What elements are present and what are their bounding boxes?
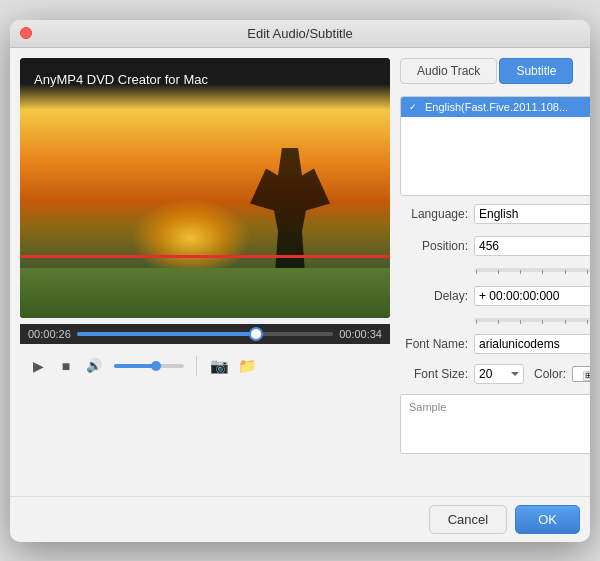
subtitle-list[interactable]: ✓ English(Fast.Five.2011.108... <box>400 96 590 196</box>
delay-input[interactable]: + 00:00:00:000 <box>474 286 590 306</box>
folder-button[interactable]: 📁 <box>237 356 257 376</box>
volume-icon: 🔊 <box>84 356 104 376</box>
tick <box>498 320 499 324</box>
video-progress-track[interactable] <box>77 332 333 336</box>
language-row: Language: English French German Spanish <box>400 204 590 224</box>
reset-row: Reset <box>400 462 590 486</box>
sun-glow <box>131 198 251 278</box>
tick <box>476 270 477 274</box>
color-label: Color: <box>534 367 566 381</box>
color-picker[interactable]: ⊞ <box>572 366 590 382</box>
close-button[interactable] <box>20 27 32 39</box>
delay-slider[interactable] <box>474 318 590 322</box>
subtitle-item[interactable]: ✓ English(Fast.Five.2011.108... <box>401 97 590 117</box>
video-progress-fill <box>77 332 256 336</box>
tick <box>498 270 499 274</box>
check-icon: ✓ <box>409 102 417 112</box>
subtitle-list-wrapper: ✓ English(Fast.Five.2011.108... + × ▲ ▼ <box>400 96 590 196</box>
tick <box>565 320 566 324</box>
volume-thumb[interactable] <box>151 361 161 371</box>
tick <box>542 270 543 274</box>
font-size-label: Font Size: <box>400 367 468 381</box>
language-label: Language: <box>400 207 468 221</box>
tick <box>587 320 588 324</box>
ok-button[interactable]: OK <box>515 505 580 534</box>
tick <box>520 320 521 324</box>
position-row: Position: 456 ▲ ▼ <box>400 234 590 258</box>
left-panel: AnyMP4 DVD Creator for Mac 00:00:26 00:0… <box>20 58 390 486</box>
video-background <box>20 58 390 318</box>
sample-label: Sample <box>409 401 446 413</box>
font-name-row: Font Name: arialunicodems Arial Helvetic… <box>400 334 590 354</box>
content-area: AnyMP4 DVD Creator for Mac 00:00:26 00:0… <box>10 48 590 496</box>
font-name-label: Font Name: <box>400 337 468 351</box>
delay-ticks <box>474 318 590 326</box>
subtitle-checkbox[interactable]: ✓ <box>407 101 419 113</box>
main-window: Edit Audio/Subtitle AnyMP4 DVD Creator f… <box>10 20 590 542</box>
font-size-color-row: Font Size: 20 16 18 22 24 Color: ⊞ <box>400 364 590 384</box>
tab-audio-track[interactable]: Audio Track <box>400 58 497 84</box>
tab-subtitle[interactable]: Subtitle <box>499 58 573 84</box>
figure-silhouette <box>250 148 330 288</box>
controls-row: ▶ ■ 🔊 📷 📁 <box>20 350 390 382</box>
video-player: AnyMP4 DVD Creator for Mac <box>20 58 390 318</box>
position-label: Position: <box>400 239 468 253</box>
tick <box>520 270 521 274</box>
tab-row: Audio Track Subtitle <box>400 58 590 84</box>
red-progress-line <box>20 255 390 258</box>
subtitle-item-label: English(Fast.Five.2011.108... <box>425 101 568 113</box>
play-button[interactable]: ▶ <box>28 356 48 376</box>
font-name-select[interactable]: arialunicodems Arial Helvetica <box>474 334 590 354</box>
cancel-button[interactable]: Cancel <box>429 505 507 534</box>
delay-row: Delay: + 00:00:00:000 ▲ ▼ <box>400 284 590 308</box>
tick <box>476 320 477 324</box>
position-input[interactable]: 456 <box>474 236 590 256</box>
volume-fill <box>114 364 156 368</box>
font-size-select[interactable]: 20 16 18 22 24 <box>474 364 524 384</box>
position-ticks <box>474 268 590 276</box>
position-slider[interactable] <box>474 268 590 272</box>
delay-label: Delay: <box>400 289 468 303</box>
bottom-row: Cancel OK <box>10 496 590 542</box>
delay-slider-row <box>400 318 590 322</box>
window-title: Edit Audio/Subtitle <box>247 26 353 41</box>
volume-slider[interactable] <box>114 364 184 368</box>
action-buttons: Cancel OK <box>429 505 580 534</box>
video-progress-thumb[interactable] <box>249 327 263 341</box>
right-panel: Audio Track Subtitle ✓ English(Fast.Five… <box>400 58 590 486</box>
time-row: 00:00:26 00:00:34 <box>20 324 390 344</box>
sample-box: Sample <box>400 394 590 454</box>
time-end: 00:00:34 <box>339 328 382 340</box>
language-select[interactable]: English French German Spanish <box>474 204 590 224</box>
titlebar: Edit Audio/Subtitle <box>10 20 590 48</box>
position-slider-row <box>400 268 590 272</box>
screenshot-button[interactable]: 📷 <box>209 356 229 376</box>
tick <box>587 270 588 274</box>
video-label: AnyMP4 DVD Creator for Mac <box>34 72 208 87</box>
stop-button[interactable]: ■ <box>56 356 76 376</box>
tick <box>542 320 543 324</box>
time-start: 00:00:26 <box>28 328 71 340</box>
control-divider <box>196 356 197 376</box>
tick <box>565 270 566 274</box>
